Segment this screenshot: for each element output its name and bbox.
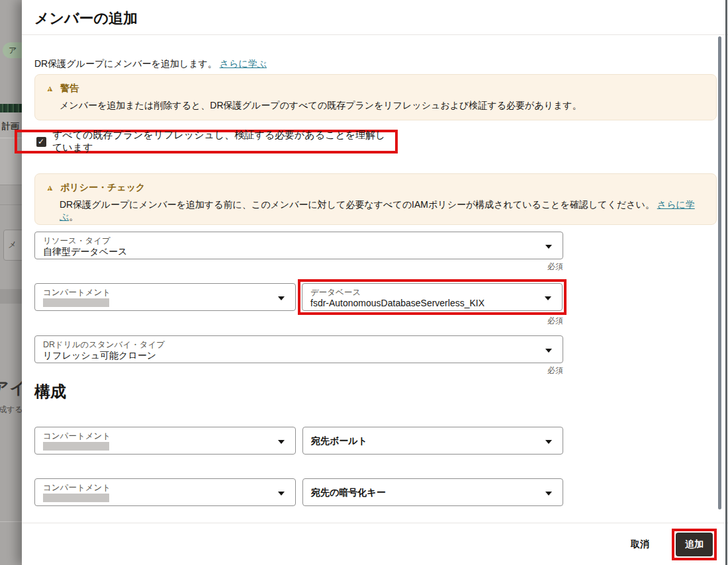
drill-standby-type-select[interactable]: DRドリルのスタンバイ・タイプ リフレッシュ可能クローン — [34, 335, 563, 363]
required-hint: 必須 — [34, 365, 563, 376]
screenshot-root: ア 計画 メ アイ 成する メンバーの追加 DR保護グループにメンバーを追加しま… — [0, 0, 728, 565]
policy-message-text: DR保護グループにメンバーを追加する前に、このメンバーに対して必要なすべてのIA… — [60, 199, 655, 210]
database-value: fsdr-AutonomousDatabaseServerless_KIX — [310, 298, 484, 308]
required-hint: 必須 — [34, 316, 563, 327]
policy-message-suffix: 。 — [69, 211, 78, 222]
drill-standby-type-value: リフレッシュ可能クローン — [43, 350, 156, 362]
background-divider — [0, 521, 22, 522]
dialog-title: メンバーの追加 — [34, 9, 138, 28]
add-button[interactable]: 追加 — [676, 533, 713, 556]
warning-banner: ▲! 警告 メンバーを追加または削除すると、DR保護グループのすべての既存プラン… — [34, 74, 717, 120]
policy-banner-title: ▲! ポリシー・チェック — [46, 182, 705, 194]
redacted-compartment-value — [43, 442, 109, 451]
compartment-label: コンパートメント — [43, 287, 111, 298]
chevron-down-icon — [278, 440, 285, 444]
chevron-down-icon — [545, 296, 551, 300]
chevron-down-icon — [545, 245, 552, 249]
scrollbar-thumb[interactable] — [718, 36, 721, 509]
background-heading-fragment: アイ — [0, 377, 22, 399]
background-divider — [0, 185, 22, 185]
compartment-label: コンパートメント — [43, 431, 111, 442]
policy-title-text: ポリシー・チェック — [60, 182, 145, 194]
background-block-fragment — [0, 289, 22, 304]
database-select[interactable]: データベース fsdr-AutonomousDatabaseServerless… — [302, 283, 563, 311]
resource-type-select[interactable]: リソース・タイプ 自律型データベース — [34, 232, 563, 259]
background-page-overlay: ア 計画 メ アイ 成する — [0, 0, 22, 565]
chevron-down-icon — [278, 492, 285, 496]
window-edge — [725, 0, 727, 565]
description-text: DR保護グループにメンバーを追加します。 — [34, 58, 217, 69]
chevron-down-icon — [545, 440, 552, 444]
annotation-acknowledgement-highlight: すべての既存プランをリフレッシュし、検証する必要があることを理解しています — [15, 130, 398, 153]
destination-encryption-key-label: 宛先の暗号化キー — [311, 487, 386, 499]
warning-message: メンバーを追加または削除すると、DR保護グループのすべての既存プランをリフレッシ… — [60, 100, 705, 112]
status-badge: ア — [3, 42, 22, 58]
redacted-compartment-value — [43, 494, 109, 502]
policy-check-banner: ▲! ポリシー・チェック DR保護グループにメンバーを追加する前に、このメンバー… — [34, 173, 717, 225]
cancel-button[interactable]: 取消 — [624, 535, 656, 554]
resource-type-label: リソース・タイプ — [43, 236, 111, 247]
background-field-label-fragment: メ — [8, 239, 17, 251]
acknowledgement-label: すべての既存プランをリフレッシュし、検証する必要があることを理解しています — [52, 129, 395, 154]
background-field-fragment: メ — [3, 230, 22, 261]
annotation-add-button-highlight: 追加 — [672, 529, 717, 560]
chevron-down-icon — [545, 492, 552, 496]
dialog-description: DR保護グループにメンバーを追加します。 さらに学ぶ — [34, 58, 267, 70]
redacted-compartment-value — [43, 298, 109, 307]
member-compartment-select[interactable]: コンパートメント — [34, 283, 296, 311]
dialog-footer: 取消 追加 — [22, 523, 728, 565]
destination-vault-select[interactable]: 宛先ボールト — [302, 427, 563, 455]
database-label: データベース — [310, 287, 361, 298]
destination-vault-label: 宛先ボールト — [311, 435, 367, 447]
add-member-dialog: メンバーの追加 DR保護グループにメンバーを追加します。 さらに学ぶ ▲! 警告… — [22, 0, 728, 565]
learn-more-link[interactable]: さらに学ぶ — [220, 58, 267, 69]
background-image-fragment — [0, 104, 22, 112]
key-compartment-select[interactable]: コンパートメント — [34, 478, 296, 506]
dialog-header: メンバーの追加 — [22, 0, 728, 35]
vault-compartment-select[interactable]: コンパートメント — [34, 427, 296, 455]
warning-triangle-icon: ▲! — [46, 84, 55, 93]
compartment-label: コンパートメント — [43, 482, 111, 494]
warning-banner-title: ▲! 警告 — [46, 83, 705, 95]
annotation-database-highlight: データベース fsdr-AutonomousDatabaseServerless… — [298, 279, 567, 315]
background-caption-fragment: 成する — [0, 404, 22, 415]
required-hint: 必須 — [34, 261, 563, 273]
warning-title-text: 警告 — [60, 83, 79, 95]
resource-type-value: 自律型データベース — [43, 246, 127, 258]
destination-encryption-key-select[interactable]: 宛先の暗号化キー — [302, 478, 563, 506]
warning-triangle-icon: ▲! — [46, 183, 55, 193]
background-divider — [0, 204, 22, 205]
chevron-down-icon — [278, 296, 285, 300]
policy-message: DR保護グループにメンバーを追加する前に、このメンバーに対して必要なすべてのIA… — [60, 199, 705, 223]
acknowledgement-checkbox[interactable] — [36, 137, 46, 147]
drill-standby-type-label: DRドリルのスタンバイ・タイプ — [43, 339, 165, 351]
chevron-down-icon — [545, 349, 552, 353]
configuration-section-heading: 構成 — [34, 381, 66, 402]
